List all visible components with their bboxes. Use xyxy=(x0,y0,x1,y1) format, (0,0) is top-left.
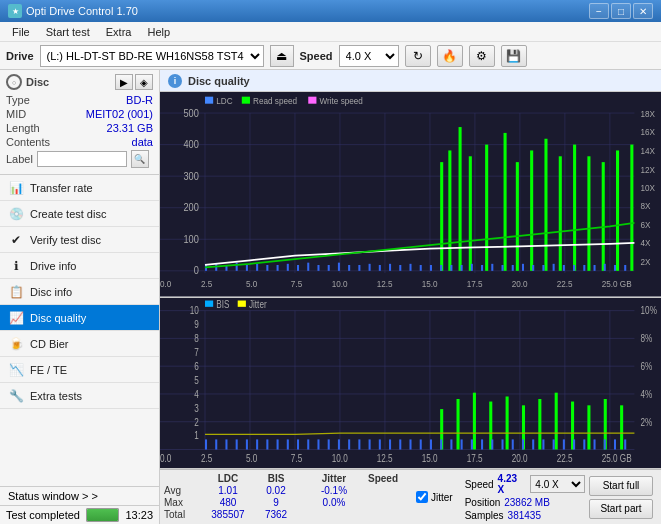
svg-text:5: 5 xyxy=(194,375,199,386)
start-part-button[interactable]: Start part xyxy=(589,499,653,519)
stats-max-jitter: 0.0% xyxy=(310,497,358,509)
nav-extra-tests[interactable]: 🔧 Extra tests xyxy=(0,383,159,409)
stats-avg-label: Avg xyxy=(164,485,204,497)
disc-length-row: Length 23.31 GB xyxy=(6,122,153,134)
drive-select[interactable]: (L:) HL-DT-ST BD-RE WH16NS58 TST4 xyxy=(40,45,264,67)
menu-extra[interactable]: Extra xyxy=(98,22,140,41)
disc-label-key: Label xyxy=(6,153,33,165)
progress-bar-outer xyxy=(86,508,119,522)
menu-start-test[interactable]: Start test xyxy=(38,22,98,41)
svg-rect-102 xyxy=(594,265,596,271)
svg-rect-166 xyxy=(338,439,340,449)
svg-text:8%: 8% xyxy=(641,333,653,344)
samples-label: Samples xyxy=(465,510,504,521)
svg-text:7: 7 xyxy=(194,347,199,358)
svg-text:10X: 10X xyxy=(641,183,656,194)
nav-drive-info[interactable]: ℹ Drive info xyxy=(0,253,159,279)
drive-bar: Drive (L:) HL-DT-ST BD-RE WH16NS58 TST4 … xyxy=(0,42,661,70)
eject-button[interactable]: ⏏ xyxy=(270,45,294,67)
svg-text:10.0: 10.0 xyxy=(332,453,348,464)
nav-verify-test-disc-label: Verify test disc xyxy=(30,234,101,246)
speed-label: Speed xyxy=(300,50,333,62)
svg-rect-45 xyxy=(242,97,250,104)
settings-button[interactable]: ⚙ xyxy=(469,45,495,67)
svg-text:20.0: 20.0 xyxy=(512,279,528,290)
speed-select[interactable]: 4.0 X xyxy=(530,475,585,493)
top-chart-svg: 500 400 300 200 100 0 18X 16X 14X 12X 10… xyxy=(160,92,661,297)
svg-rect-156 xyxy=(236,439,238,449)
svg-text:8X: 8X xyxy=(641,200,651,211)
svg-text:25.0 GB: 25.0 GB xyxy=(602,453,632,464)
svg-text:2%: 2% xyxy=(641,416,653,427)
nav-disc-quality[interactable]: 📈 Disc quality xyxy=(0,305,159,331)
svg-rect-175 xyxy=(430,439,432,449)
nav-disc-info[interactable]: 📋 Disc info xyxy=(0,279,159,305)
disc-label-row: Label 🔍 xyxy=(6,150,153,168)
svg-rect-180 xyxy=(506,396,509,449)
svg-rect-75 xyxy=(469,156,472,271)
svg-rect-201 xyxy=(573,439,575,449)
menu-file[interactable]: File xyxy=(4,22,38,41)
nav-fe-te[interactable]: 📉 FE / TE xyxy=(0,357,159,383)
nav-verify-test-disc[interactable]: ✔ Verify test disc xyxy=(0,227,159,253)
label-input[interactable] xyxy=(37,151,127,167)
disc-contents-value: data xyxy=(132,136,153,148)
save-button[interactable]: 💾 xyxy=(501,45,527,67)
svg-rect-86 xyxy=(630,145,633,271)
speed-select[interactable]: 4.0 X xyxy=(339,45,399,67)
svg-rect-205 xyxy=(614,439,616,449)
close-button[interactable]: ✕ xyxy=(633,3,653,19)
start-full-button[interactable]: Start full xyxy=(589,476,653,496)
extra-tests-icon: 🔧 xyxy=(8,388,24,404)
status-window-toggle[interactable]: Status window > > xyxy=(0,486,159,505)
svg-rect-53 xyxy=(246,265,248,271)
svg-text:12.5: 12.5 xyxy=(377,279,393,290)
svg-text:6X: 6X xyxy=(641,219,651,230)
disc-mid-value: MEIT02 (001) xyxy=(86,108,153,120)
charts-area: 500 400 300 200 100 0 18X 16X 14X 12X 10… xyxy=(160,92,661,469)
menu-help[interactable]: Help xyxy=(139,22,178,41)
svg-rect-61 xyxy=(328,265,330,271)
refresh-button[interactable]: ↻ xyxy=(405,45,431,67)
svg-rect-94 xyxy=(512,265,514,271)
maximize-button[interactable]: □ xyxy=(611,3,631,19)
speed-value: 4.23 X xyxy=(498,473,527,495)
bottom-chart-container: 10 9 8 7 6 5 4 3 2 1 10% 8% 6% 4% 2% xyxy=(160,298,661,469)
nav-transfer-rate[interactable]: 📊 Transfer rate xyxy=(0,175,159,201)
svg-rect-81 xyxy=(559,156,562,271)
svg-rect-97 xyxy=(542,265,544,271)
svg-rect-172 xyxy=(399,439,401,449)
nav-extra-tests-label: Extra tests xyxy=(30,390,82,402)
disc-btn-2[interactable]: ◈ xyxy=(135,74,153,90)
svg-rect-47 xyxy=(308,97,316,104)
svg-rect-164 xyxy=(317,439,319,449)
svg-text:10: 10 xyxy=(190,305,199,316)
nav-create-test-disc[interactable]: 💿 Create test disc xyxy=(0,201,159,227)
jitter-checkbox[interactable] xyxy=(416,491,428,503)
svg-rect-197 xyxy=(532,439,534,449)
svg-rect-57 xyxy=(287,264,289,271)
svg-rect-80 xyxy=(544,139,547,271)
svg-text:8: 8 xyxy=(194,333,199,344)
nav-cd-bier[interactable]: 🍺 CD Bier xyxy=(0,331,159,357)
svg-text:5.0: 5.0 xyxy=(246,279,257,290)
svg-text:400: 400 xyxy=(184,139,200,151)
svg-rect-72 xyxy=(440,162,443,271)
stats-max-label: Max xyxy=(164,497,204,509)
position-row: Position 23862 MB xyxy=(465,497,585,508)
svg-text:17.5: 17.5 xyxy=(467,453,483,464)
svg-rect-54 xyxy=(256,264,258,271)
title-bar-left: ★ Opti Drive Control 1.70 xyxy=(8,4,138,18)
minimize-button[interactable]: − xyxy=(589,3,609,19)
disc-btn-1[interactable]: ▶ xyxy=(115,74,133,90)
svg-text:22.5: 22.5 xyxy=(557,279,573,290)
top-chart-container: 500 400 300 200 100 0 18X 16X 14X 12X 10… xyxy=(160,92,661,298)
svg-rect-56 xyxy=(277,265,279,271)
svg-rect-204 xyxy=(604,439,606,449)
svg-rect-174 xyxy=(420,439,422,449)
burn-button[interactable]: 🔥 xyxy=(437,45,463,67)
label-search-button[interactable]: 🔍 xyxy=(131,150,149,168)
svg-text:100: 100 xyxy=(184,233,200,245)
disc-header-left: ○ Disc xyxy=(6,74,49,90)
samples-row: Samples 381435 xyxy=(465,510,585,521)
